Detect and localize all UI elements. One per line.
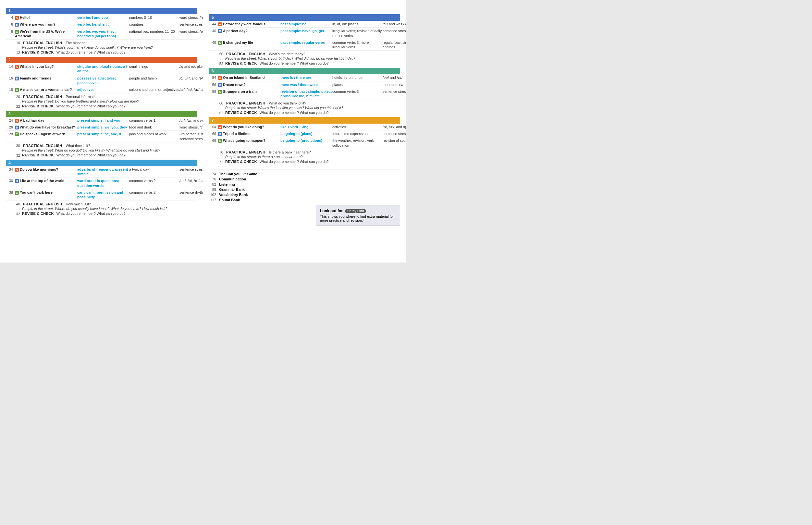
lesson-grammar: verb be: I and you (77, 15, 129, 20)
page-number: 26 (6, 125, 15, 129)
lesson-title: AWhat do you like doing? (218, 124, 281, 129)
page-number: 48 (209, 40, 218, 44)
practical-label: Practical English (23, 95, 62, 99)
lesson-pronun: sentence stress; /ɪ/ and /aɪ/ (179, 22, 203, 27)
practical-label: Practical English (226, 150, 265, 154)
lesson-title: BFamily and friends (15, 76, 77, 80)
lesson-pronun: sentence stress (382, 131, 406, 136)
lesson-badge: C (218, 90, 222, 94)
unit-section: 544ABefore they were famous…past simple:… (209, 14, 400, 66)
revise-label: Revise & Check (225, 61, 257, 65)
lesson-grammar: be going to (plans) (281, 131, 332, 136)
lesson-title: AHello! (15, 15, 77, 20)
lesson-badge: A (218, 22, 222, 26)
revise-text: What do you remember? What can you do? (260, 61, 329, 65)
lesson-badge: B (218, 132, 222, 136)
lesson-grammar: present simple: we, you, they (77, 125, 129, 130)
left-units-container: 14AHello!verb be: I and younumbers 0–10w… (6, 8, 197, 217)
lesson-vocab: places (332, 82, 382, 87)
practical-line1: What do you think of it? (269, 101, 306, 105)
lesson-row: 68CWhat's going to happen?be going to (p… (209, 137, 400, 149)
appendix: 74 The Can you…? Game 76 Communication 8… (209, 169, 400, 226)
unit-header: 6 (209, 68, 400, 74)
practical-subtext: People in the street: Where do you usual… (6, 206, 197, 211)
lesson-badge: A (15, 16, 19, 20)
page-number: 28 (6, 132, 15, 136)
lesson-grammar: present simple: I and you (77, 118, 129, 123)
lesson-badge: B (218, 29, 222, 33)
lesson-row: 14AWhat's in your bag?singular and plura… (6, 63, 197, 75)
page-number: 64 (209, 124, 218, 129)
lesson-badge: C (218, 41, 222, 45)
revise-text: What do you remember? What can you do? (57, 212, 125, 216)
lesson-vocab: activities (332, 124, 382, 129)
lesson-row: 28CHe speaks English at workpresent simp… (6, 131, 197, 142)
lesson-grammar: word order in questions; question words (77, 178, 129, 188)
lesson-row: 46BA perfect day?past simple: have, go, … (209, 28, 400, 39)
lesson-grammar: be going to (predictions) (281, 138, 332, 143)
revise-text: What do you remember? What can you do? (260, 111, 329, 115)
appendix-text: The Can you…? Game (219, 172, 257, 176)
lesson-title: CA man's car or a woman's car? (15, 87, 77, 92)
lesson-vocab: common verbs 3; more irregular verbs (332, 40, 382, 50)
lesson-vocab: small things (129, 64, 179, 69)
lesson-row: 26BWhat do you have for breakfast?presen… (6, 124, 197, 131)
practical-label: Practical English (226, 52, 265, 56)
lesson-row: 34ADo you like mornings?adverbs of frequ… (6, 166, 197, 178)
revise-text: What do you remember? What can you do? (57, 50, 125, 55)
unit-section: 654AOn an island in Scotlandthere is / t… (209, 68, 400, 116)
lesson-pronun: word stress; /e/, /iː/, and /ʃ/ (179, 29, 203, 34)
lesson-pronun: sentence stress (382, 29, 406, 33)
unit-header: 4 (6, 160, 197, 166)
study-link-desc: This shows you where to find extra mater… (320, 214, 396, 222)
revise-check-row: 42 Revise & Check What do you remember? … (6, 211, 197, 217)
appendix-text: Communication (219, 177, 246, 181)
lesson-vocab: irregular verbs; revision of daily routi… (332, 29, 382, 38)
revise-text: What do you remember? What can you do? (57, 104, 125, 108)
revise-check-row: 62 Revise & Check What do you remember? … (209, 110, 400, 116)
revise-label: Revise & Check (22, 212, 54, 216)
revise-label: Revise & Check (22, 153, 54, 158)
revise-check-row: 22 Revise & Check What do you remember? … (6, 104, 197, 109)
page-number: 34 (6, 167, 15, 171)
practical-line1: What time is it? (66, 144, 90, 148)
lesson-badge: C (15, 30, 19, 34)
practical-english-row: 50 Practical English What's the date tod… (209, 50, 400, 56)
page-number: 24 (6, 118, 15, 122)
lesson-grammar: can / can't: permission and possibility (77, 190, 129, 199)
left-page: 14AHello!verb be: I and younumbers 0–10w… (0, 0, 203, 262)
revise-check-row: 12 Revise & Check What do you remember? … (6, 50, 197, 56)
appendix-text: Vocabulary Bank (219, 193, 247, 197)
page-number: 54 (209, 75, 218, 79)
lesson-vocab: common verbs 2 (129, 178, 179, 183)
appendix-text: Listening (219, 182, 235, 186)
right-units-container: 544ABefore they were famous…past simple:… (209, 14, 400, 165)
lesson-badge: C (15, 88, 19, 92)
lesson-badge: B (218, 83, 222, 87)
revise-label: Revise & Check (225, 160, 257, 164)
lesson-title: AWhat's in your bag? (15, 64, 77, 69)
lesson-row: 54AOn an island in Scotlandthere is / th… (209, 74, 400, 81)
lesson-grammar: past simple: be (281, 22, 332, 26)
lesson-title: AA bad hair day (15, 118, 77, 123)
lesson-row: 36BLife at the top of the worldword orde… (6, 178, 197, 189)
lesson-badge: A (15, 168, 19, 171)
lesson-row: 4AHello!verb be: I and younumbers 0–10wo… (6, 14, 197, 21)
lesson-badge: C (218, 139, 222, 143)
lesson-grammar: past simple: have, go, get (281, 29, 332, 33)
lesson-title: ABefore they were famous… (218, 22, 281, 26)
appendix-item: 88 Grammar Bank (209, 187, 400, 192)
lesson-pronun: /ð/, /ʌ/, and /ə/ (179, 76, 203, 80)
appendix-item: 117 Sound Bank (209, 197, 400, 202)
lesson-vocab: countries (129, 22, 179, 27)
lesson-row: 64AWhat do you like doing?like + verb + … (209, 124, 400, 131)
lesson-vocab: common verbs 1 (129, 118, 179, 123)
lesson-vocab: common verbs 3 (332, 89, 382, 94)
lesson-badge: A (15, 119, 19, 123)
lesson-title: BTrip of a lifetime (218, 131, 281, 136)
unit-section: 214AWhat's in your bag?singular and plur… (6, 57, 197, 109)
lesson-pronun: /æ/, /eɪ/, /ɑː/, and /ɔː/ (179, 87, 203, 92)
practical-english-row: 40 Practical English How much is it? (6, 201, 197, 206)
revise-text: What do you remember? What can you do? (260, 160, 329, 164)
revise-label: Revise & Check (22, 50, 54, 55)
